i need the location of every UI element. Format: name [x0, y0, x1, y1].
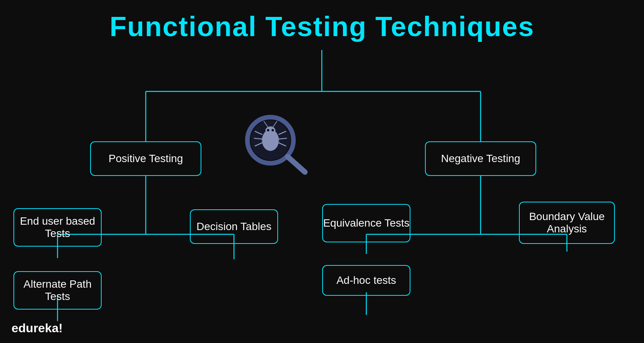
positive-testing-box: Positive Testing	[90, 141, 201, 176]
bug-magnifier-icon	[238, 111, 315, 173]
negative-testing-box: Negative Testing	[425, 141, 536, 176]
page-title: Functional Testing Techniques	[0, 0, 644, 42]
svg-point-29	[267, 129, 269, 131]
svg-point-30	[272, 129, 274, 131]
end-user-tests-box: End user based Tests	[13, 208, 102, 247]
alternate-path-tests-box: Alternate Path Tests	[13, 271, 102, 310]
adhoc-tests-box: Ad-hoc tests	[322, 265, 410, 296]
page-container: Functional Testing Techniques Positiv	[0, 0, 644, 343]
boundary-value-box: Boundary Value Analysis	[519, 202, 615, 244]
equivalence-tests-box: Equivalence Tests	[322, 204, 410, 242]
svg-point-18	[265, 126, 275, 135]
svg-line-16	[288, 157, 305, 172]
decision-tables-box: Decision Tables	[190, 209, 278, 244]
watermark: edureka!	[12, 321, 63, 335]
